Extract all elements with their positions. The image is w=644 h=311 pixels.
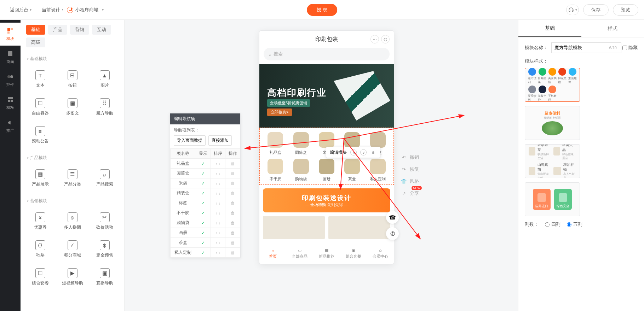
image-placeholder[interactable] xyxy=(263,216,325,239)
visible-toggle[interactable]: ✓ xyxy=(196,228,211,238)
tab-product[interactable]: 产品 xyxy=(48,25,67,35)
delete-row[interactable]: 🗑 xyxy=(225,178,240,188)
rail-item-promote[interactable]: 推广 xyxy=(0,115,21,137)
module-item[interactable]: ✓积分商城 xyxy=(56,235,88,263)
sort-down[interactable]: ↓ xyxy=(219,162,220,166)
nav-item[interactable]: 礼品盒 xyxy=(263,132,288,155)
style-button[interactable]: 👕风格 xyxy=(401,178,419,184)
edit-module-label[interactable]: 编辑模块 xyxy=(330,149,347,156)
preview-button[interactable]: 预览 xyxy=(613,4,638,16)
image-placeholder[interactable] xyxy=(328,216,390,239)
module-item[interactable]: ☺多人拼团 xyxy=(56,207,88,235)
phone-float-icon[interactable]: ☎ xyxy=(386,211,399,224)
tab-member[interactable]: ☺会员中心 xyxy=(367,243,394,264)
hide-checkbox[interactable]: 隐藏 xyxy=(622,45,638,51)
module-item[interactable]: ▦产品展示 xyxy=(24,164,56,192)
more-icon[interactable]: ⋯ xyxy=(370,35,379,43)
sort-down[interactable]: ↓ xyxy=(219,211,220,215)
sort-up[interactable]: ↑ xyxy=(215,192,217,195)
delete-row[interactable]: 🗑 xyxy=(225,198,240,208)
search-input[interactable]: ⌕ 搜索 xyxy=(264,48,390,60)
promo-banner[interactable]: 印刷包装送设计 — 全场嗨购 先到先得 — xyxy=(263,188,390,212)
nav-item[interactable]: 不干胶 xyxy=(263,159,288,182)
visible-toggle[interactable]: ✓ xyxy=(196,169,211,178)
tab-new[interactable]: ▦新品推荐 xyxy=(313,243,340,264)
module-item[interactable]: ¥优惠券 xyxy=(24,207,56,235)
module-item[interactable]: ⊟按钮 xyxy=(56,65,88,93)
nav-item[interactable]: 茶盒 xyxy=(339,159,365,182)
authorize-button[interactable]: 授 权 xyxy=(307,4,337,16)
rail-item-template[interactable]: 模板 xyxy=(0,92,21,115)
nav-item[interactable]: 购物袋 xyxy=(288,159,314,182)
sort-down[interactable]: ↓ xyxy=(219,192,220,195)
tab-marketing[interactable]: 营销 xyxy=(70,25,89,35)
delete-row[interactable]: 🗑 xyxy=(225,228,240,238)
delete-icon[interactable]: 🗑 xyxy=(370,149,376,156)
banner[interactable]: 高档印刷行业 全场低至5折优惠促销 立即抢购> xyxy=(259,64,394,128)
import-page-data-button[interactable]: 导入页面数据 xyxy=(174,135,206,146)
radio-4col[interactable]: 四列 xyxy=(545,221,560,228)
sort-down[interactable]: ↓ xyxy=(219,231,220,235)
module-item[interactable]: ≡滚动公告 xyxy=(24,121,56,149)
visible-toggle[interactable]: ✓ xyxy=(196,159,211,169)
nav-item[interactable]: 画册 xyxy=(314,159,339,182)
save-button[interactable]: 保存 xyxy=(583,4,609,16)
sort-up[interactable]: ↑ xyxy=(215,201,217,205)
sort-up[interactable]: ↑ xyxy=(215,231,217,235)
share-button[interactable]: ↗分享NEW xyxy=(401,190,419,196)
module-item[interactable]: ▣多图文 xyxy=(56,93,88,121)
module-item[interactable]: T文本 xyxy=(24,65,56,93)
wechat-float-icon[interactable]: ✆ xyxy=(386,227,399,240)
rail-item-widgets[interactable]: 控件 xyxy=(0,69,21,92)
delete-row[interactable]: 🗑 xyxy=(225,248,240,258)
rail-item-page[interactable]: 页面 xyxy=(0,46,21,69)
sort-up[interactable]: ↑ xyxy=(215,241,217,245)
module-item[interactable]: ⌕产品搜索 xyxy=(88,164,121,192)
visible-toggle[interactable]: ✓ xyxy=(196,188,211,198)
sort-up[interactable]: ↑ xyxy=(215,162,217,166)
module-item[interactable]: $定金预售 xyxy=(88,235,121,263)
delete-row[interactable]: 🗑 xyxy=(225,238,240,248)
sort-down[interactable]: ↓ xyxy=(219,221,220,225)
delete-row[interactable]: 🗑 xyxy=(225,218,240,228)
module-item[interactable]: ▶短视频导购 xyxy=(56,263,88,291)
rail-item-modules[interactable]: 模块 xyxy=(0,23,21,46)
delete-row[interactable]: 🗑 xyxy=(225,208,240,218)
sort-down[interactable]: ↓ xyxy=(219,172,220,176)
tab-all[interactable]: ▭全部商品 xyxy=(286,243,313,264)
sort-up[interactable]: ↑ xyxy=(215,211,217,215)
module-item[interactable]: ☐组合套餐 xyxy=(24,263,56,291)
nav-item[interactable]: 圆筒盒 xyxy=(288,132,314,155)
module-item[interactable]: ⠿魔方导航 xyxy=(88,93,121,121)
module-item[interactable]: ▣直播导购 xyxy=(88,263,121,291)
sort-down[interactable]: ↓ xyxy=(219,201,220,205)
tab-basic[interactable]: 基础 xyxy=(26,25,45,35)
sort-down[interactable]: ↓ xyxy=(219,241,220,245)
style-option-4[interactable]: 国外进口 绿色安全 xyxy=(525,182,580,216)
style-option-3[interactable]: 农家蔬菜极致新鲜生活家禽蛋品绿色健康蛋品山野真菌营山野味生鲜粮油谷物高人气新品 xyxy=(525,144,580,178)
sort-up[interactable]: ↑ xyxy=(215,182,217,186)
tab-interact[interactable]: 互动 xyxy=(92,25,111,35)
style-option-1[interactable]: 超市便利新鲜蔬菜美食烘焙鲜花植物潮流服饰夏季饮料美妆个护手机数码 xyxy=(525,68,580,102)
undo-button[interactable]: ↶撤销 xyxy=(401,154,419,160)
tab-combo[interactable]: ▣组合套餐 xyxy=(340,243,367,264)
sort-up[interactable]: ↑ xyxy=(215,251,217,255)
sort-up[interactable]: ↑ xyxy=(215,221,217,225)
inspector-tab-style[interactable]: 样式 xyxy=(581,20,644,37)
visible-toggle[interactable]: ✓ xyxy=(196,238,211,248)
support-icon[interactable]: ▾ xyxy=(566,5,579,15)
module-item[interactable]: ⏱秒杀 xyxy=(24,235,56,263)
target-icon[interactable]: ◎ xyxy=(381,35,390,43)
module-item[interactable]: ☐自由容器 xyxy=(24,93,56,121)
tab-advanced[interactable]: 高级 xyxy=(26,37,45,47)
visible-toggle[interactable]: ✓ xyxy=(196,248,211,258)
delete-row[interactable]: 🗑 xyxy=(225,188,240,198)
direct-add-button[interactable]: 直接添加 xyxy=(208,135,232,146)
sort-up[interactable]: ↑ xyxy=(215,172,217,176)
delete-row[interactable]: 🗑 xyxy=(225,159,240,169)
back-button[interactable]: 返回后台▾ xyxy=(6,0,36,19)
module-item[interactable]: ✂砍价活动 xyxy=(88,207,121,235)
inspector-tab-basic[interactable]: 基础 xyxy=(518,20,581,37)
delete-row[interactable]: 🗑 xyxy=(225,169,240,178)
module-item[interactable]: ▲图片 xyxy=(88,65,121,93)
